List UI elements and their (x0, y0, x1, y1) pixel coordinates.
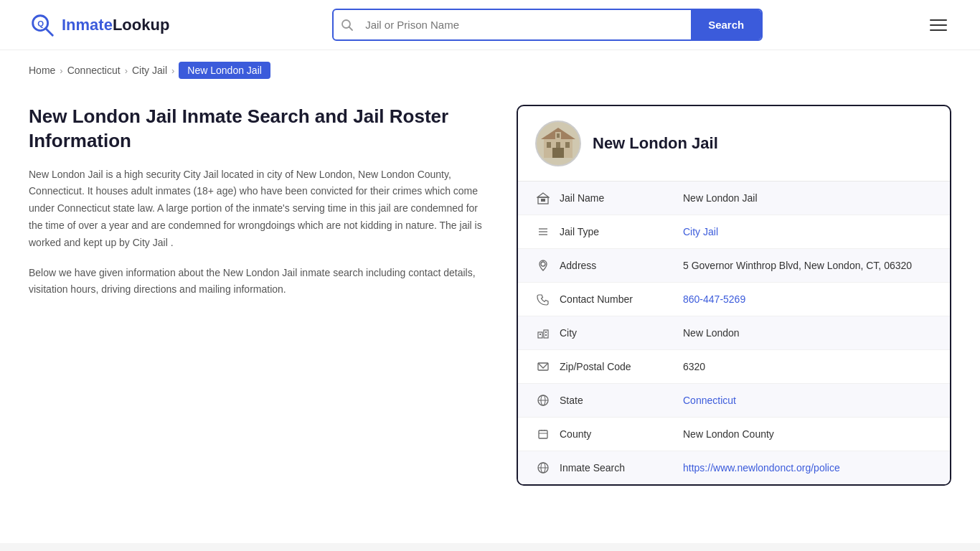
city-icon (535, 326, 551, 339)
hamburger-menu[interactable] (925, 15, 951, 35)
search-input[interactable] (361, 11, 691, 38)
row-value-text: 6320 (683, 361, 705, 372)
row-value-text: 5 Governor Winthrop Blvd, New London, CT… (683, 260, 912, 271)
table-row: Contact Number 860-447-5269 (518, 283, 950, 316)
svg-rect-25 (545, 334, 547, 336)
svg-rect-7 (556, 142, 560, 148)
svg-rect-9 (552, 148, 564, 158)
svg-marker-16 (537, 193, 549, 197)
breadcrumb-active: New London Jail (179, 62, 270, 79)
main-content: New London Jail Inmate Search and Jail R… (0, 90, 980, 514)
svg-rect-6 (547, 142, 551, 148)
jail-avatar (535, 121, 581, 166)
footer-bar (0, 543, 980, 551)
table-row: City New London (518, 316, 950, 350)
search-wrapper: Search (332, 9, 763, 41)
svg-rect-8 (565, 142, 570, 148)
svg-line-1 (46, 28, 53, 35)
logo-icon: Q (29, 11, 56, 39)
row-link[interactable]: City Jail (683, 226, 718, 237)
svg-text:Q: Q (37, 19, 44, 27)
row-value: 860-447-5269 (683, 293, 933, 305)
svg-rect-24 (545, 331, 547, 333)
search-area: Search (332, 9, 763, 41)
row-label: Contact Number (560, 293, 674, 305)
row-label: County (560, 428, 674, 440)
info-rows: Jail Name New London Jail Jail Type City… (518, 182, 950, 484)
table-row: Address 5 Governor Winthrop Blvd, New Lo… (518, 249, 950, 283)
chevron-icon: › (171, 65, 174, 76)
table-row: Jail Type City Jail (518, 215, 950, 249)
table-row: Zip/Postal Code 6320 (518, 350, 950, 384)
row-label: Zip/Postal Code (560, 361, 674, 372)
row-label: State (560, 395, 674, 406)
row-label: Jail Name (560, 192, 674, 204)
left-column: New London Jail Inmate Search and Jail R… (29, 105, 488, 298)
header: Q InmateLookup Search (0, 0, 980, 50)
svg-rect-23 (540, 334, 541, 335)
row-value: https://www.newlondonct.org/police (683, 462, 933, 474)
building-icon (535, 192, 551, 204)
row-value-text: New London (683, 327, 740, 339)
logo: Q InmateLookup (29, 11, 169, 39)
info-card: New London Jail Jail Name New London Jai… (517, 105, 951, 486)
breadcrumb-connecticut[interactable]: Connecticut (67, 65, 121, 76)
row-label: Inmate Search (560, 462, 674, 474)
row-link[interactable]: 860-447-5269 (683, 293, 745, 305)
row-label: City (560, 327, 674, 339)
svg-rect-14 (541, 199, 543, 202)
logo-text: InmateLookup (62, 16, 169, 34)
row-value: New London County (683, 428, 933, 440)
svg-rect-12 (557, 133, 560, 138)
row-link[interactable]: https://www.newlondonct.org/police (683, 462, 840, 474)
row-link[interactable]: Connecticut (683, 395, 736, 406)
row-value: Connecticut (683, 395, 933, 406)
svg-rect-15 (543, 199, 545, 202)
row-value: 5 Governor Winthrop Blvd, New London, CT… (683, 260, 933, 271)
right-column: New London Jail Jail Name New London Jai… (517, 105, 951, 486)
page-title: New London Jail Inmate Search and Jail R… (29, 105, 488, 154)
table-row: Inmate Search https://www.newlondonct.or… (518, 451, 950, 484)
page-description-1: New London Jail is a high security City … (29, 166, 488, 252)
row-value: New London Jail (683, 192, 933, 204)
row-value-text: New London County (683, 428, 774, 440)
row-label: Address (560, 260, 674, 271)
row-value: City Jail (683, 226, 933, 237)
location-icon (535, 259, 551, 272)
table-row: Jail Name New London Jail (518, 182, 950, 215)
row-label: Jail Type (560, 226, 674, 237)
row-value: New London (683, 327, 933, 339)
table-row: State Connecticut (518, 384, 950, 418)
svg-rect-30 (539, 430, 547, 438)
row-value: 6320 (683, 361, 933, 372)
breadcrumb: Home › Connecticut › City Jail › New Lon… (0, 50, 980, 90)
breadcrumb-city-jail[interactable]: City Jail (132, 65, 167, 76)
chevron-icon: › (60, 65, 62, 76)
chevron-icon: › (125, 65, 128, 76)
table-row: County New London County (518, 418, 950, 451)
svg-rect-22 (544, 330, 548, 338)
breadcrumb-home[interactable]: Home (29, 65, 55, 76)
globe-icon (535, 394, 551, 407)
svg-point-20 (541, 262, 545, 266)
row-value-text: New London Jail (683, 192, 758, 204)
mail-icon (535, 360, 551, 373)
search-icon (334, 19, 361, 32)
web-icon (535, 461, 551, 474)
county-icon (535, 428, 551, 441)
page-description-2: Below we have given information about th… (29, 265, 488, 299)
card-header: New London Jail (518, 106, 950, 182)
phone-icon (535, 293, 551, 306)
svg-line-4 (349, 27, 353, 30)
search-button[interactable]: Search (691, 10, 761, 39)
card-jail-name: New London Jail (593, 134, 718, 153)
list-icon (535, 225, 551, 238)
